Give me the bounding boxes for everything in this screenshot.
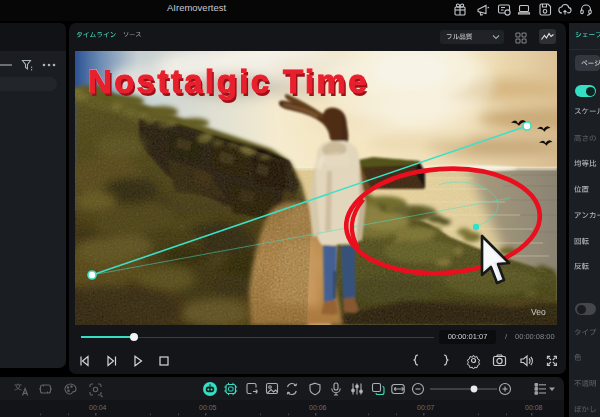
svg-text:Veo: Veo (531, 307, 546, 317)
